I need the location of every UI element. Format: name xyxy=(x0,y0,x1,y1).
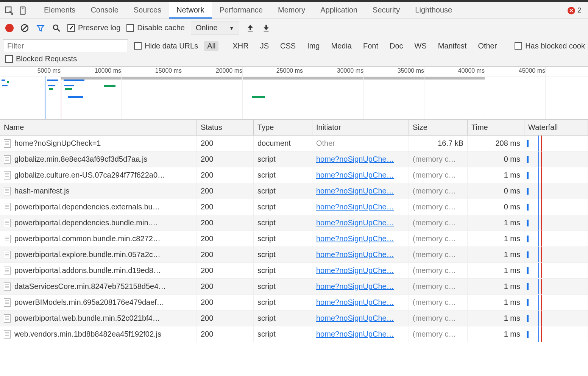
table-row[interactable]: web.vendors.min.1bd8b8482ea45f192f02.js2… xyxy=(0,326,588,342)
column-header-status[interactable]: Status xyxy=(197,120,254,135)
cell-initiator: home?noSignUpChe… xyxy=(312,279,409,294)
initiator-link[interactable]: home?noSignUpChe… xyxy=(316,171,394,179)
request-name: home?noSignUpCheck=1 xyxy=(14,139,101,148)
inspect-element-icon[interactable] xyxy=(2,4,16,17)
search-icon[interactable] xyxy=(51,23,61,33)
table-row[interactable]: powerbiportal.web.bundle.min.52c021bf4…2… xyxy=(0,310,588,326)
table-row[interactable]: powerbiportal.explore.bundle.min.057a2c…… xyxy=(0,247,588,263)
waterfall-dom-line xyxy=(538,279,539,294)
filter-type-img[interactable]: Img xyxy=(304,41,323,51)
preserve-log-checkbox[interactable]: Preserve log xyxy=(67,23,120,32)
tab-performance[interactable]: Performance xyxy=(212,2,271,19)
initiator-link[interactable]: home?noSignUpChe… xyxy=(316,266,394,275)
tab-console[interactable]: Console xyxy=(83,2,126,19)
cell-type: script xyxy=(254,279,312,294)
filter-type-css[interactable]: CSS xyxy=(277,41,299,51)
hide-data-urls-checkbox[interactable]: Hide data URLs xyxy=(134,42,198,50)
waterfall-bar xyxy=(527,331,529,338)
error-badge[interactable]: ✕ 2 xyxy=(568,6,581,14)
filter-input[interactable] xyxy=(3,39,128,52)
timeline-tick: 5000 ms xyxy=(37,67,61,74)
clear-icon[interactable] xyxy=(20,23,30,33)
table-row[interactable]: globalize.min.8e8ec43af69cf3d5d7aa.js200… xyxy=(0,151,588,167)
chevron-down-icon: ▼ xyxy=(229,25,234,31)
waterfall-dom-line xyxy=(538,310,539,326)
cell-size: (memory c… xyxy=(409,263,468,278)
initiator-link[interactable]: home?noSignUpChe… xyxy=(316,187,394,195)
divider xyxy=(224,41,224,50)
table-row[interactable]: powerbiportal.addons.bundle.min.d19ed8…2… xyxy=(0,263,588,279)
cell-name: powerbiportal.web.bundle.min.52c021bf4… xyxy=(0,310,197,326)
table-row[interactable]: globalize.culture.en-US.07ca294f77f622a0… xyxy=(0,167,588,183)
download-icon[interactable] xyxy=(261,23,271,33)
request-name: globalize.culture.en-US.07ca294f77f622a0… xyxy=(14,171,165,179)
cell-size: (memory c… xyxy=(409,326,468,342)
throttling-value: Online xyxy=(196,23,218,32)
initiator-link[interactable]: home?noSignUpChe… xyxy=(316,330,394,339)
table-row[interactable]: home?noSignUpCheck=1200documentOther16.7… xyxy=(0,136,588,151)
record-button[interactable] xyxy=(5,24,14,32)
column-header-type[interactable]: Type xyxy=(254,120,312,135)
table-row[interactable]: powerBIModels.min.695a208176e479daef…200… xyxy=(0,295,588,310)
throttling-select[interactable]: Online ▼ xyxy=(191,22,239,34)
tab-network[interactable]: Network xyxy=(169,2,212,19)
has-blocked-checkbox[interactable]: Has blocked cook xyxy=(515,42,585,50)
cell-initiator: home?noSignUpChe… xyxy=(312,199,409,215)
request-name: hash-manifest.js xyxy=(14,187,70,195)
cell-size: (memory c… xyxy=(409,279,468,294)
cell-waterfall xyxy=(524,310,588,326)
column-header-initiator[interactable]: Initiator xyxy=(312,120,409,135)
table-row[interactable]: powerbiportal.dependencies.bundle.min.…2… xyxy=(0,215,588,231)
initiator-link[interactable]: home?noSignUpChe… xyxy=(316,203,394,211)
column-header-waterfall[interactable]: Waterfall xyxy=(524,120,588,135)
tab-elements[interactable]: Elements xyxy=(36,2,83,19)
timeline-body xyxy=(0,76,588,119)
blocked-requests-checkbox[interactable]: Blocked Requests xyxy=(5,55,77,63)
filter-type-js[interactable]: JS xyxy=(257,41,272,51)
device-toggle-icon[interactable] xyxy=(16,4,30,17)
filter-type-other[interactable]: Other xyxy=(475,41,500,51)
upload-icon[interactable] xyxy=(245,23,255,33)
filter-type-manifest[interactable]: Manifest xyxy=(435,41,470,51)
filter-type-ws[interactable]: WS xyxy=(412,41,430,51)
filter-type-media[interactable]: Media xyxy=(328,41,354,51)
column-header-name[interactable]: Name xyxy=(0,120,197,135)
table-row[interactable]: powerbiportal.dependencies.externals.bu…… xyxy=(0,199,588,215)
waterfall-load-line xyxy=(541,199,542,215)
cell-name: powerbiportal.explore.bundle.min.057a2c… xyxy=(0,247,197,262)
tab-lighthouse[interactable]: Lighthouse xyxy=(407,2,460,19)
tab-security[interactable]: Security xyxy=(365,2,407,19)
tab-sources[interactable]: Sources xyxy=(126,2,169,19)
timeline-tick: 30000 ms xyxy=(337,67,363,74)
request-name: powerbiportal.explore.bundle.min.057a2c… xyxy=(14,250,161,259)
cell-size: (memory c… xyxy=(409,183,468,199)
initiator-link[interactable]: home?noSignUpChe… xyxy=(316,314,394,323)
cell-status: 200 xyxy=(197,279,254,294)
tab-memory[interactable]: Memory xyxy=(270,2,313,19)
initiator-link[interactable]: home?noSignUpChe… xyxy=(316,282,394,291)
table-row[interactable]: hash-manifest.js200scripthome?noSignUpCh… xyxy=(0,183,588,199)
initiator-link[interactable]: home?noSignUpChe… xyxy=(316,155,394,164)
disable-cache-checkbox[interactable]: Disable cache xyxy=(126,23,185,32)
table-row[interactable]: dataServicesCore.min.8247eb752158d5e4…20… xyxy=(0,279,588,295)
column-header-time[interactable]: Time xyxy=(468,120,524,135)
filter-icon[interactable] xyxy=(36,23,45,33)
column-header-size[interactable]: Size xyxy=(409,120,468,135)
initiator-link[interactable]: home?noSignUpChe… xyxy=(316,234,394,243)
initiator-link[interactable]: home?noSignUpChe… xyxy=(316,218,394,227)
filter-type-xhr[interactable]: XHR xyxy=(229,41,251,51)
tab-application[interactable]: Application xyxy=(313,2,365,19)
cell-type: script xyxy=(254,295,312,310)
initiator-link[interactable]: home?noSignUpChe… xyxy=(316,250,394,259)
checkbox-icon xyxy=(67,24,75,32)
initiator-link[interactable]: home?noSignUpChe… xyxy=(316,298,394,307)
filter-type-doc[interactable]: Doc xyxy=(387,41,406,51)
filter-type-font[interactable]: Font xyxy=(360,41,381,51)
filter-type-all[interactable]: All xyxy=(204,41,218,51)
initiator-text: Other xyxy=(316,139,335,148)
file-icon xyxy=(4,282,11,291)
cell-time: 1 ms xyxy=(468,167,524,183)
table-row[interactable]: powerbiportal.common.bundle.min.c8272…20… xyxy=(0,231,588,247)
cell-time: 208 ms xyxy=(468,136,524,151)
timeline-overview[interactable]: 5000 ms10000 ms15000 ms20000 ms25000 ms3… xyxy=(0,67,588,120)
